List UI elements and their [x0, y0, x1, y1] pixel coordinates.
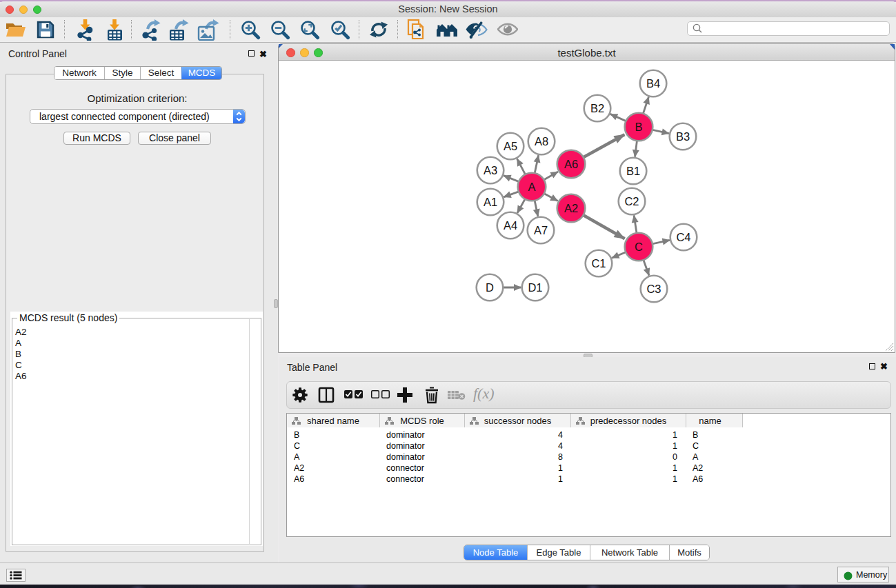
svg-text:D: D: [486, 281, 494, 294]
svg-text:C4: C4: [676, 231, 690, 243]
svg-text:B: B: [635, 121, 642, 133]
svg-text:C2: C2: [624, 195, 639, 207]
svg-text:A7: A7: [534, 224, 548, 236]
svg-text:A1: A1: [484, 196, 497, 208]
svg-text:A5: A5: [504, 140, 517, 152]
svg-text:C: C: [635, 241, 643, 253]
svg-text:A4: A4: [504, 219, 517, 232]
svg-text:A3: A3: [484, 164, 497, 176]
svg-text:C3: C3: [646, 283, 661, 295]
svg-text:B2: B2: [590, 102, 604, 114]
svg-text:B4: B4: [646, 77, 660, 90]
svg-text:D1: D1: [528, 281, 542, 294]
svg-text:C1: C1: [591, 257, 606, 270]
svg-text:B3: B3: [676, 130, 690, 143]
svg-text:A: A: [528, 181, 535, 193]
svg-text:A8: A8: [535, 135, 548, 148]
svg-text:A6: A6: [564, 158, 578, 170]
svg-text:B1: B1: [626, 165, 640, 177]
svg-text:A2: A2: [564, 202, 578, 214]
